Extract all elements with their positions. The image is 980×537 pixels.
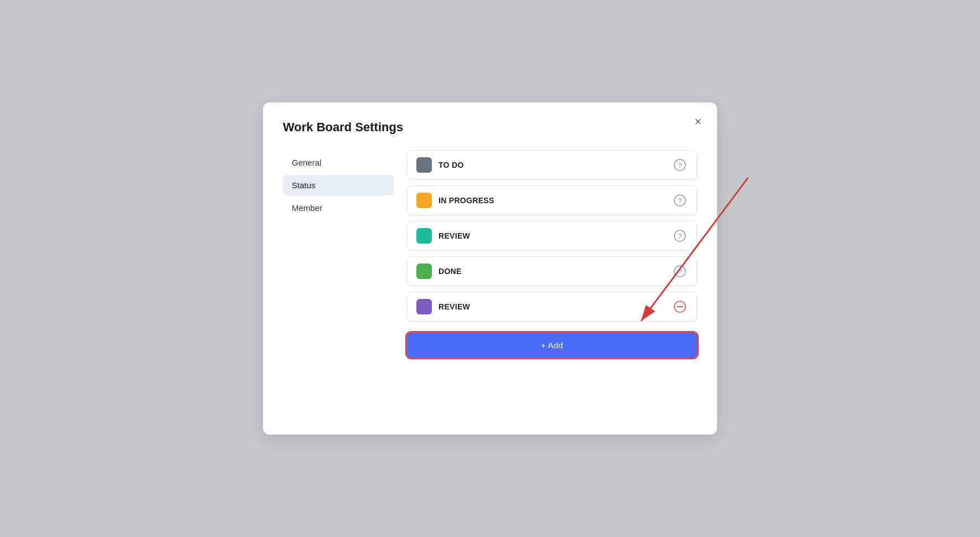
status-action-todo[interactable]: ? [672, 157, 688, 173]
status-color-done [416, 264, 432, 279]
status-row-review: REVIEW? [407, 221, 697, 251]
svg-text:?: ? [678, 233, 682, 240]
sidebar-item-member[interactable]: Member [283, 198, 394, 218]
status-row-in-progress: IN PROGRESS? [407, 185, 697, 215]
status-color-review [416, 228, 432, 244]
sidebar-item-status-label: Status [292, 180, 316, 190]
status-row-done: DONE? [407, 256, 697, 286]
status-label-review: REVIEW [439, 231, 666, 240]
sidebar-item-general-label: General [292, 158, 321, 167]
status-row-review2: REVIEW [407, 292, 697, 322]
status-action-in-progress[interactable]: ? [672, 193, 688, 208]
status-action-done[interactable]: ? [672, 264, 688, 279]
status-action-review[interactable]: ? [672, 228, 688, 244]
sidebar-item-member-label: Member [292, 203, 322, 213]
status-list: TO DO?IN PROGRESS?REVIEW?DONE?REVIEW [407, 150, 697, 322]
status-label-review2: REVIEW [439, 302, 666, 311]
sidebar-item-general[interactable]: General [283, 152, 394, 173]
status-color-todo [416, 157, 432, 173]
modal: Work Board Settings × General Status Mem… [263, 102, 717, 435]
status-label-done: DONE [439, 267, 666, 276]
status-row-todo: TO DO? [407, 150, 697, 180]
svg-text:?: ? [678, 268, 682, 276]
status-color-in-progress [416, 193, 432, 208]
status-color-review2 [416, 299, 432, 314]
content-area: TO DO?IN PROGRESS?REVIEW?DONE?REVIEW + A… [394, 150, 697, 358]
modal-body: General Status Member TO DO?IN PROGRESS?… [283, 150, 697, 358]
add-status-button[interactable]: + Add [407, 333, 697, 358]
sidebar-item-status[interactable]: Status [283, 175, 394, 195]
status-label-in-progress: IN PROGRESS [439, 196, 666, 205]
modal-overlay: Work Board Settings × General Status Mem… [0, 0, 980, 537]
status-label-todo: TO DO [439, 161, 666, 169]
sidebar: General Status Member [283, 150, 394, 358]
svg-text:?: ? [678, 197, 682, 205]
close-button[interactable]: × [692, 113, 704, 130]
modal-title: Work Board Settings [283, 120, 697, 135]
svg-text:?: ? [678, 162, 682, 169]
status-action-review2[interactable] [672, 299, 688, 314]
